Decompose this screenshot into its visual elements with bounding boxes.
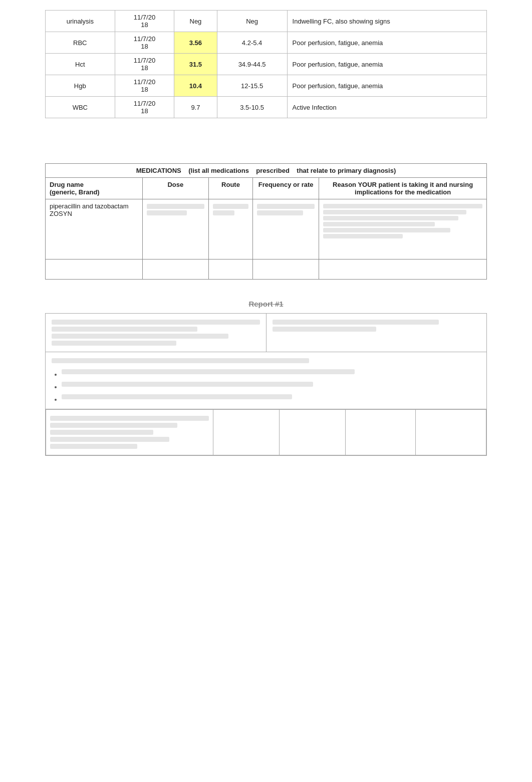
med-route [208,259,252,280]
col-dose: Dose [142,178,208,199]
med-drug-name: piperacillin and tazobactam ZOSYN [46,199,143,259]
lab-normal-range: Neg [217,11,287,32]
header-right-blurred [273,320,481,332]
section2-list-container [52,367,480,403]
spacer [45,133,487,163]
lab-result: 9.7 [174,97,217,118]
section2: Report #1 [45,300,487,456]
lab-date: 11/7/20 18 [115,11,174,32]
lab-test-name: Hct [46,54,115,75]
section2-title: Report #1 [45,300,487,308]
section2-col2 [213,410,280,455]
lab-test-name: WBC [46,97,115,118]
list-item-1 [62,367,480,378]
page-wrapper: urinalysis11/7/20 18NegNegIndwelling FC,… [0,0,532,471]
lab-notes: Indwelling FC, also showing signs [287,11,486,32]
medications-table: MEDICATIONS (list all medications prescr… [45,163,487,280]
list-item-3 [62,392,480,403]
section2-col4 [345,410,416,455]
lab-result: 31.5 [174,54,217,75]
lab-date: 11/7/20 18 [115,97,174,118]
lab-row: urinalysis11/7/20 18NegNegIndwelling FC,… [46,11,487,32]
lab-normal-range: 4.2-5.4 [217,32,287,54]
section2-header-row [46,314,486,352]
section2-col3 [279,410,345,455]
lab-result: Neg [174,11,217,32]
med-row: piperacillin and tazobactam ZOSYN [46,199,487,259]
subheader-blurred [52,358,480,363]
med-frequency [253,259,319,280]
col-reason: Reason YOUR patient is taking it and nur… [319,178,487,199]
lab-normal-range: 34.9-44.5 [217,54,287,75]
lab-row: WBC11/7/20 189.73.5-10.5Active Infection [46,97,487,118]
col-drug-name: Drug name (generic, Brand) [46,178,143,199]
lab-date: 11/7/20 18 [115,75,174,97]
header-left-blurred [52,320,260,346]
lab-test-name: Hgb [46,75,115,97]
lab-date: 11/7/20 18 [115,32,174,54]
med-route [208,199,252,259]
lab-row: RBC11/7/20 183.564.2-5.4Poor perfusion, … [46,32,487,54]
lab-notes: Poor perfusion, fatigue, anemia [287,54,486,75]
section2-header-right [267,314,487,352]
lab-date: 11/7/20 18 [115,54,174,75]
vitals-blurred [50,416,209,449]
section2-bottom-table [46,409,486,455]
col-route: Route [208,178,252,199]
lab-row: Hgb11/7/20 1810.412-15.5Poor perfusion, … [46,75,487,97]
lab-notes: Poor perfusion, fatigue, anemia [287,75,486,97]
list-item-2 [62,380,480,390]
section2-header-left [46,314,267,352]
med-dose [142,199,208,259]
med-header: MEDICATIONS (list all medications prescr… [46,164,487,178]
section2-subheader [46,352,486,409]
lab-test-name: RBC [46,32,115,54]
med-reason [319,259,487,280]
section2-vitals-cell [46,410,213,455]
section2-list [52,367,480,403]
med-row [46,259,487,280]
lab-row: Hct11/7/20 1831.534.9-44.5Poor perfusion… [46,54,487,75]
lab-normal-range: 3.5-10.5 [217,97,287,118]
med-frequency [253,199,319,259]
medications-section: MEDICATIONS (list all medications prescr… [45,163,487,280]
lab-result: 3.56 [174,32,217,54]
lab-notes: Active Infection [287,97,486,118]
lab-test-name: urinalysis [46,11,115,32]
section2-box [45,313,487,456]
med-drug-name [46,259,143,280]
lab-result: 10.4 [174,75,217,97]
med-reason [319,199,487,259]
lab-results-table: urinalysis11/7/20 18NegNegIndwelling FC,… [45,10,487,118]
lab-normal-range: 12-15.5 [217,75,287,97]
lab-notes: Poor perfusion, fatigue, anemia [287,32,486,54]
section2-col5 [416,410,486,455]
med-dose [142,259,208,280]
col-freq: Frequency or rate [253,178,319,199]
